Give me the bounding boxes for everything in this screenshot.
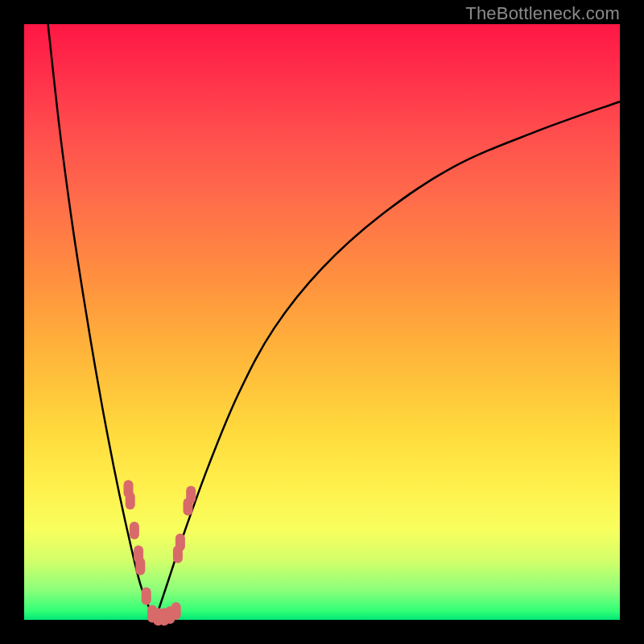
data-marker <box>175 534 185 551</box>
data-marker <box>126 492 135 510</box>
data-marker <box>171 602 181 620</box>
chart-frame: TheBottleneck.com <box>0 0 644 644</box>
chart-svg <box>24 24 620 620</box>
data-marker <box>142 587 151 605</box>
data-marker <box>186 486 196 504</box>
data-marker <box>135 557 145 575</box>
watermark-text: TheBottleneck.com <box>465 3 620 24</box>
plot-area <box>24 24 620 620</box>
right-branch-curve <box>155 101 620 620</box>
data-marker <box>130 522 139 539</box>
